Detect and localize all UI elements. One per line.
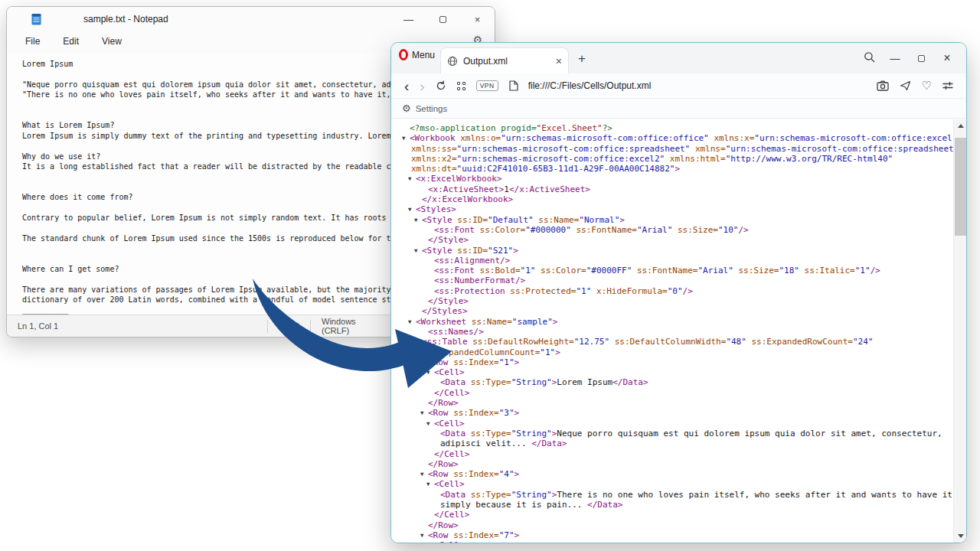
xml-line: <ss:Names/> — [397, 327, 953, 337]
collapse-arrow-icon[interactable]: ▼ — [414, 337, 422, 347]
xml-line: ▼<Cell> — [397, 479, 953, 489]
bookmark-heart-icon[interactable]: ♡ — [922, 79, 932, 93]
xml-line: ▼<Cell> — [397, 367, 953, 377]
xml-line: <ss:Font ss:Color="#000000" ss:FontName=… — [397, 225, 953, 235]
xml-line: </Cell> — [397, 449, 953, 459]
tune-sliders-icon[interactable] — [942, 80, 953, 91]
xml-line: ▼<x:ExcelWorkbook> — [397, 174, 953, 184]
xml-line: ▼<Style ss:ID="Default" ss:Name="Normal"… — [397, 215, 953, 225]
opera-menu-label: Menu — [412, 50, 435, 60]
xml-line: </x:ExcelWorkbook> — [397, 194, 953, 204]
opera-logo-icon — [399, 49, 408, 60]
xml-line: <Data ss:Type="String">There is no one w… — [397, 490, 953, 500]
xml-line: <?mso-application progid="Excel.Sheet"?> — [397, 123, 953, 133]
tab-favicon-globe-icon — [447, 56, 458, 67]
tab-output-xml[interactable]: Output.xml × — [440, 47, 569, 73]
notepad-maximize-button[interactable] — [426, 7, 460, 31]
scroll-up-button[interactable] — [954, 119, 966, 132]
vertical-scrollbar[interactable] — [953, 119, 966, 543]
collapse-arrow-icon[interactable]: ▼ — [408, 317, 416, 327]
xml-line: </Styles> — [397, 306, 953, 316]
xml-line: simply because it is pain... </Data> — [397, 500, 953, 510]
xml-line: <Data ss:Type="String">Lorem Ipsum</Data… — [397, 377, 953, 387]
notepad-window-title: sample.txt - Notepad — [83, 14, 168, 24]
send-to-flow-icon[interactable] — [900, 80, 911, 91]
browser-search-icon[interactable] — [856, 51, 882, 65]
collapse-arrow-icon[interactable]: ▼ — [420, 408, 428, 418]
xml-line: </Row> — [397, 459, 953, 469]
xml-line: ▼<Worksheet ss:Name="sample"> — [397, 317, 953, 327]
menu-view[interactable]: View — [96, 34, 128, 49]
xml-line: <ss:NumberFormat/> — [397, 276, 953, 285]
collapse-arrow-icon[interactable]: ▼ — [426, 367, 434, 377]
notepad-minimize-button[interactable]: — — [391, 7, 426, 31]
xml-line: <ss:Alignment/> — [397, 256, 953, 266]
collapse-arrow-icon[interactable]: ▼ — [426, 540, 434, 543]
page-icon — [509, 80, 518, 91]
collapse-arrow-icon[interactable]: ▼ — [408, 174, 416, 184]
new-tab-button[interactable]: + — [578, 52, 586, 65]
collapse-arrow-icon[interactable]: ▼ — [426, 479, 434, 489]
menu-file[interactable]: File — [19, 34, 46, 49]
xml-line: ▼<Row ss:Index="4"> — [397, 469, 953, 479]
browser-toolbar: ‹ › VPN file:///C:/Files/Cells/Output.xm… — [391, 73, 966, 99]
status-line-ending: Windows (CRLF) — [310, 320, 394, 333]
settings-gear-icon: ⚙ — [402, 103, 411, 114]
xml-line: xmlns:ss="urn:schemas-microsoft-com:offi… — [397, 144, 953, 154]
xml-line: </Cell> — [397, 388, 953, 398]
browser-close-button[interactable]: × — [934, 51, 960, 65]
xml-line: xmlns:x2="urn:schemas-microsoft-com:offi… — [397, 154, 953, 164]
browser-minimize-button[interactable]: — — [882, 53, 908, 64]
status-zoom-level: 100% — [267, 320, 310, 333]
browser-window: Menu Output.xml × + — × ‹ › — [390, 42, 967, 543]
xml-line: adipisci velit... </Data> — [397, 439, 953, 448]
browser-maximize-button[interactable] — [908, 53, 934, 64]
collapse-arrow-icon[interactable]: ▼ — [420, 530, 428, 540]
xml-document[interactable]: <?mso-application progid="Excel.Sheet"?>… — [391, 119, 953, 543]
scrollbar-thumb[interactable] — [955, 138, 966, 236]
maximize-icon — [439, 16, 446, 23]
xml-line: <ss:Font ss:Bold="1" ss:Color="#0000FF" … — [397, 266, 953, 276]
scroll-down-button[interactable] — [954, 530, 966, 543]
opera-menu-button[interactable]: Menu — [399, 49, 435, 60]
bookmark-settings[interactable]: ⚙ Settings — [402, 103, 447, 114]
xml-line: ▼<Cell> — [397, 540, 953, 543]
speed-dial-grid-icon[interactable] — [457, 82, 466, 90]
xml-line: </Row> — [397, 398, 953, 408]
bookmark-settings-label: Settings — [416, 104, 448, 113]
xml-line: </Cell> — [397, 510, 953, 520]
xml-line: ▼<Row ss:Index="3"> — [397, 408, 953, 418]
collapse-arrow-icon[interactable]: ▼ — [414, 215, 422, 225]
collapse-arrow-icon[interactable]: ▼ — [426, 419, 434, 429]
xml-line: ▼<ss:Table ss:DefaultRowHeight="12.75" s… — [397, 337, 953, 347]
collapse-arrow-icon[interactable]: ▼ — [420, 357, 428, 367]
xml-line: </Style> — [397, 296, 953, 306]
snapshot-camera-icon[interactable] — [877, 80, 889, 91]
notepad-app-icon — [31, 13, 41, 25]
xml-line: ▼<Styles> — [397, 204, 953, 214]
xml-line: ▼<Style ss:ID="S21"> — [397, 246, 953, 256]
address-bar-url[interactable]: file:///C:/Files/Cells/Output.xml — [528, 80, 871, 91]
reload-button[interactable] — [436, 80, 446, 91]
notepad-titlebar[interactable]: sample.txt - Notepad — × — [7, 7, 495, 31]
xml-viewer-content: <?mso-application progid="Excel.Sheet"?>… — [391, 119, 966, 543]
xml-line: </Row> — [397, 520, 953, 530]
collapse-arrow-icon[interactable]: ▼ — [402, 133, 410, 143]
back-button[interactable]: ‹ — [404, 79, 409, 93]
notepad-close-button[interactable]: × — [460, 7, 495, 31]
collapse-arrow-icon[interactable]: ▼ — [414, 246, 422, 256]
forward-button[interactable]: › — [420, 79, 424, 93]
xml-line: ▼<Row ss:Index="1"> — [397, 357, 953, 367]
xml-line: ▼<Workbook xmlns:o="urn:schemas-microsof… — [397, 133, 953, 143]
xml-line: ▼<Cell> — [397, 419, 953, 429]
menu-edit[interactable]: Edit — [57, 34, 85, 49]
tab-title: Output.xml — [463, 56, 550, 67]
status-cursor-position: Ln 1, Col 1 — [7, 320, 267, 333]
collapse-arrow-icon[interactable]: ▼ — [408, 204, 416, 214]
vpn-badge[interactable]: VPN — [476, 80, 498, 91]
maximize-icon — [918, 55, 925, 62]
xml-line: ss:ExpandedColumnCount="1"> — [397, 347, 953, 357]
xml-line: xmlns:dt="uuid:C2F41010-65B3-11d1-A29F-0… — [397, 164, 953, 174]
collapse-arrow-icon[interactable]: ▼ — [420, 469, 428, 479]
tab-close-button[interactable]: × — [556, 55, 562, 67]
